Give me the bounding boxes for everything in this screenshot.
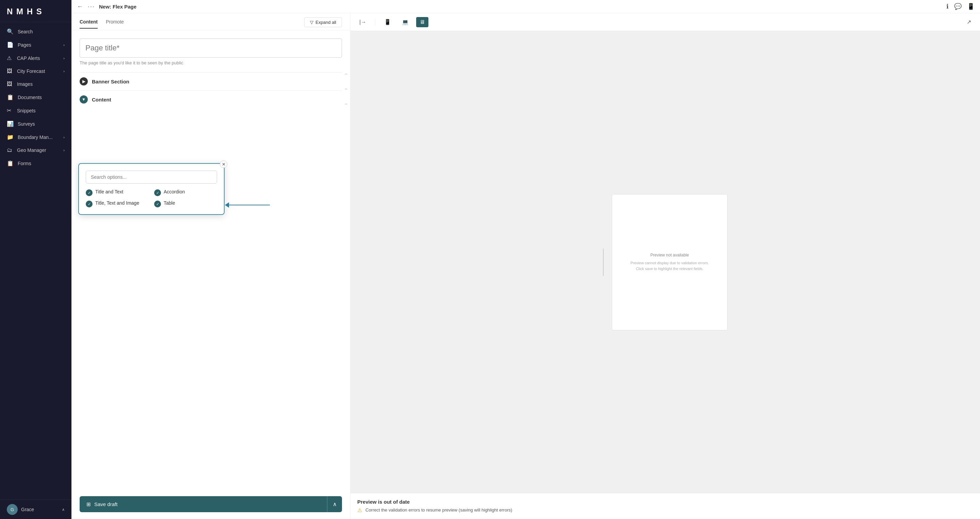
chevron-right-icon: › — [63, 148, 65, 152]
option-check-icon: ✓ — [154, 201, 161, 208]
sidebar-item-cap-alerts[interactable]: ⚠ CAP Alerts › — [0, 51, 72, 65]
sidebar-item-geo-manager[interactable]: 🗂 Geo Manager › — [0, 144, 72, 156]
preview-toolbar: |→ 📱 💻 🖥 ↗ — [350, 13, 980, 31]
preview-warning: ⚠ Correct the validation errors to resum… — [357, 507, 973, 514]
sidebar-item-label: Geo Manager — [17, 147, 46, 153]
option-accordion[interactable]: ✓ Accordion — [154, 189, 217, 196]
sidebar-item-label: Documents — [18, 95, 42, 100]
chevron-right-icon: › — [63, 43, 65, 47]
mobile-view-button[interactable]: 📱 — [381, 17, 395, 27]
editor-body: − − − The page title as you'd like it to… — [72, 30, 350, 519]
sidebar-toggle-icon[interactable]: |→ — [356, 17, 369, 27]
save-draft-label: Save draft — [94, 501, 118, 507]
sidebar-item-label: Forms — [18, 161, 31, 166]
sidebar-item-search[interactable]: 🔍 Search — [0, 25, 72, 38]
warning-text: Correct the validation errors to resume … — [366, 507, 512, 514]
option-check-icon: ✓ — [154, 189, 161, 196]
ruler: − − − — [345, 71, 350, 107]
option-check-icon: ✓ — [86, 189, 92, 196]
preview-footer: Preview is out of date ⚠ Correct the val… — [350, 493, 980, 519]
topbar: ← ··· New: Flex Page ℹ 💬 📱 — [72, 0, 980, 13]
save-dropdown-chevron[interactable]: ∧ — [327, 496, 342, 512]
documents-icon: 📋 — [7, 94, 14, 101]
sidebar-item-label: Images — [17, 81, 33, 87]
content-section-toggle[interactable]: ▼ — [80, 95, 88, 104]
option-check-icon: ✓ — [86, 201, 92, 208]
sidebar-item-label: CAP Alerts — [17, 56, 40, 61]
editor-panel: Content Promote ▽ Expand all − − − The p… — [72, 13, 350, 519]
main-area: ← ··· New: Flex Page ℹ 💬 📱 Content Promo… — [72, 0, 980, 519]
chevron-right-icon: › — [63, 56, 65, 60]
forms-icon: 📋 — [7, 160, 14, 166]
sidebar-item-documents[interactable]: 📋 Documents — [0, 91, 72, 104]
option-label: Title, Text and Image — [95, 200, 139, 206]
preview-panel: |→ 📱 💻 🖥 ↗ Preview not available Preview… — [350, 13, 980, 519]
arrow-indicator — [225, 202, 270, 208]
sidebar-item-surveys[interactable]: 📊 Surveys — [0, 117, 72, 131]
save-draft-button[interactable]: ⊞ Save draft — [80, 497, 327, 512]
save-icon: ⊞ — [86, 501, 91, 508]
option-title-text[interactable]: ✓ Title and Text — [86, 189, 149, 196]
tablet-view-button[interactable]: 💻 — [398, 17, 412, 27]
content-section-title: Content — [92, 97, 111, 102]
user-name: Grace — [21, 507, 59, 512]
search-options-input[interactable] — [86, 171, 217, 184]
images-icon: 🖼 — [7, 81, 13, 87]
geo-manager-icon: 🗂 — [7, 147, 13, 153]
sidebar-item-forms[interactable]: 📋 Forms — [0, 156, 72, 170]
sidebar-item-pages[interactable]: 📄 Pages › — [0, 38, 72, 51]
banner-section-toggle[interactable]: ▶ — [80, 77, 88, 85]
option-label: Accordion — [164, 189, 185, 195]
avatar: G — [7, 504, 18, 515]
mobile-preview-icon[interactable]: 📱 — [967, 3, 975, 10]
sidebar-item-label: City Forecast — [17, 69, 45, 74]
option-title-text-image[interactable]: ✓ Title, Text and Image — [86, 200, 149, 208]
sidebar-item-label: Surveys — [18, 121, 35, 127]
sidebar-item-label: Pages — [18, 42, 31, 48]
page-title-hint: The page title as you'd like it to be se… — [80, 60, 342, 65]
more-icon[interactable]: ··· — [88, 3, 95, 10]
desktop-view-button[interactable]: 🖥 — [416, 17, 428, 27]
preview-note-text: Preview cannot display due to validation… — [630, 260, 709, 271]
sidebar-nav: 🔍 Search 📄 Pages › ⚠ CAP Alerts › 🖼 City… — [0, 22, 72, 500]
comment-icon[interactable]: 💬 — [954, 3, 962, 10]
options-dropdown: ✕ ✓ Title and Text ✓ Accordion ✓ — [78, 163, 224, 215]
option-table[interactable]: ✓ Table — [154, 200, 217, 208]
close-dropdown-button[interactable]: ✕ — [220, 160, 227, 168]
editor-tabs: Content Promote ▽ Expand all — [72, 13, 350, 30]
boundary-man-icon: 📁 — [7, 134, 14, 140]
chevron-right-icon: › — [63, 69, 65, 73]
pages-icon: 📄 — [7, 42, 14, 48]
warning-icon: ⚠ — [357, 507, 362, 514]
banner-section-title: Banner Section — [92, 79, 129, 85]
page-title-input[interactable] — [80, 38, 342, 57]
sidebar-item-label: Boundary Man... — [18, 134, 53, 140]
external-link-icon[interactable]: ↗ — [963, 17, 975, 27]
sidebar: N M H S 🔍 Search 📄 Pages › ⚠ CAP Alerts … — [0, 0, 72, 519]
tab-promote[interactable]: Promote — [106, 19, 124, 29]
sidebar-item-label: Snippets — [17, 108, 35, 113]
snippets-icon: ✂ — [7, 107, 13, 114]
sidebar-item-label: Search — [18, 29, 33, 34]
sidebar-item-city-forecast[interactable]: 🖼 City Forecast › — [0, 65, 72, 78]
expand-all-button[interactable]: ▽ Expand all — [304, 18, 342, 27]
save-bar: ⊞ Save draft ∧ — [80, 496, 342, 512]
sidebar-item-images[interactable]: 🖼 Images — [0, 78, 72, 91]
banner-section-row: ▶ Banner Section — [80, 72, 342, 90]
chevron-right-icon: › — [63, 135, 65, 139]
cap-alerts-icon: ⚠ — [7, 55, 13, 61]
sidebar-footer[interactable]: G Grace ∧ — [0, 500, 72, 519]
surveys-icon: 📊 — [7, 121, 14, 127]
search-icon: 🔍 — [7, 28, 14, 35]
topbar-actions: ℹ 💬 📱 — [946, 3, 975, 10]
sidebar-item-snippets[interactable]: ✂ Snippets — [0, 104, 72, 117]
tab-content[interactable]: Content — [80, 19, 98, 29]
back-navigation-icon[interactable]: ← — [77, 3, 84, 10]
info-icon[interactable]: ℹ — [946, 3, 949, 10]
content-section-row: ▼ Content — [80, 90, 342, 108]
option-label: Title and Text — [95, 189, 124, 195]
sidebar-item-boundary-man[interactable]: 📁 Boundary Man... › — [0, 131, 72, 144]
option-label: Table — [164, 200, 175, 206]
arrow-head — [225, 202, 229, 208]
preview-screen: Preview not available Preview cannot dis… — [612, 194, 727, 331]
